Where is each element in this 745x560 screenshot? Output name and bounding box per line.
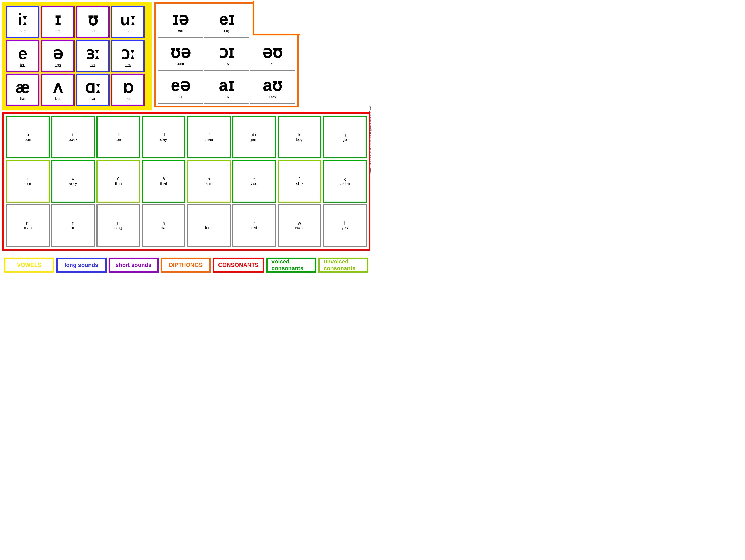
dipthong-cell: əʊso: [250, 39, 295, 71]
vowel-cell: ɪhis: [41, 6, 74, 38]
ipa-symbol: ɒ: [123, 79, 133, 95]
vowel-cell: ʊput: [76, 6, 110, 38]
ipa-symbol: ʒ: [344, 177, 346, 181]
ipa-symbol: w: [298, 221, 301, 225]
ipa-symbol: ɔɪ: [219, 44, 234, 60]
ipa-symbol: d: [163, 133, 165, 137]
legend-item: CONSONANTS: [213, 257, 264, 273]
ipa-symbol: j: [344, 221, 345, 225]
example-word: that: [160, 181, 167, 186]
main-container: iːseeɪhisʊputuːtooetenəagoɜːherɔːsawæhat…: [0, 0, 372, 280]
consonant-cell: mman: [6, 204, 50, 247]
legend-item: long sounds: [56, 257, 106, 273]
ipa-symbol: z: [253, 177, 255, 181]
example-word: hat: [20, 96, 25, 101]
legend-item: DIPTHONGS: [161, 257, 211, 273]
example-word: hat: [161, 225, 166, 230]
vowel-row: iːseeɪhisʊputuːtoo: [5, 5, 149, 39]
ipa-symbol: h: [163, 221, 165, 225]
vowel-cell: ɔːsaw: [111, 40, 145, 72]
example-word: no: [71, 225, 75, 230]
consonant-cell: kkey: [278, 116, 321, 158]
example-word: see: [20, 29, 26, 33]
example-word: day: [160, 137, 167, 142]
consonant-cell: ssun: [187, 160, 231, 203]
ipa-symbol: g: [344, 133, 346, 137]
example-word: look: [205, 225, 213, 230]
consonant-row: mmannnoŋsinghhatllookrredwwantjyes: [5, 204, 367, 247]
vowels-section: iːseeɪhisʊputuːtooetenəagoɜːherɔːsawæhat…: [2, 2, 152, 111]
example-word: chair: [204, 137, 213, 142]
legend-item: unvoiced consonants: [318, 257, 368, 273]
ipa-symbol: m: [26, 221, 29, 225]
example-word: car: [90, 96, 95, 101]
ipa-symbol: iː: [18, 11, 28, 28]
vowel-cell: æhat: [6, 73, 39, 106]
consonant-cell: llook: [187, 204, 231, 247]
example-word: red: [251, 225, 257, 230]
example-word: ago: [55, 63, 61, 67]
vowel-cell: ɜːher: [76, 40, 110, 72]
ipa-symbol: tʃ: [208, 132, 210, 137]
example-word: pen: [24, 137, 31, 142]
consonant-cell: θthin: [96, 160, 140, 203]
example-word: tea: [116, 137, 121, 142]
ipa-symbol: ə: [53, 45, 63, 62]
dipthongs-wrapper: ɪəeareɪsayʊəpureɔɪboyəʊsoeəairaɪbuyaʊnow: [154, 2, 299, 111]
dipthong-row: eəairaɪbuyaʊnow: [157, 71, 296, 104]
example-word: but: [55, 96, 60, 101]
consonant-cell: vvery: [51, 160, 95, 203]
consonant-cell: dday: [142, 116, 186, 158]
example-word: key: [296, 137, 302, 142]
example-word: vision: [339, 181, 350, 186]
ipa-symbol: e: [18, 45, 27, 62]
ipa-symbol: eɪ: [219, 11, 234, 27]
ipa-symbol: k: [298, 133, 300, 137]
ipa-symbol: aɪ: [219, 77, 234, 93]
example-word: want: [295, 225, 304, 230]
example-word: book: [69, 137, 78, 142]
consonant-row: ppenbbooktteaddaytʃchairdʒjamkkeyggo: [5, 115, 367, 159]
example-word: jam: [251, 137, 257, 142]
dipthong-corner: [253, 1, 300, 35]
ipa-symbol: ŋ: [117, 221, 120, 225]
consonant-cell: hhat: [142, 204, 186, 247]
ipa-symbol: l: [208, 221, 209, 225]
vowel-row: etenəagoɜːherɔːsaw: [5, 39, 149, 73]
ipa-symbol: r: [254, 221, 255, 225]
example-word: ear: [178, 28, 183, 33]
example-word: saw: [125, 63, 131, 67]
vowel-cell: əago: [41, 40, 74, 72]
consonant-cell: jyes: [323, 204, 367, 247]
dipthong-cell: ɔɪboy: [204, 39, 249, 71]
ipa-symbol: f: [27, 177, 28, 181]
dipthong-cell: ɪəear: [158, 6, 203, 38]
consonant-cell: tʃchair: [187, 116, 231, 158]
consonant-cell: ffour: [6, 160, 50, 203]
consonant-cell: ʃshe: [278, 160, 321, 203]
example-word: she: [296, 181, 303, 186]
example-word: four: [24, 181, 31, 186]
vowel-cell: ɑːcar: [76, 73, 110, 106]
legend-item: voiced consonants: [266, 257, 316, 273]
legend-item: short sounds: [108, 257, 159, 273]
consonant-cell: nno: [51, 204, 95, 247]
dipthong-cell: eɪsay: [204, 6, 249, 38]
ipa-symbol: æ: [15, 79, 30, 95]
ipa-symbol: ʃ: [299, 177, 300, 181]
example-word: put: [90, 29, 95, 33]
ipa-symbol: dʒ: [252, 132, 256, 137]
ipa-symbol: əʊ: [262, 44, 283, 60]
ipa-symbol: eə: [171, 77, 190, 93]
dipthong-cell: eəair: [158, 72, 203, 104]
example-word: so: [270, 61, 274, 66]
ipa-symbol: b: [72, 133, 74, 137]
ipa-symbol: ɑː: [85, 79, 101, 95]
example-word: air: [179, 94, 183, 99]
consonant-cell: ðthat: [142, 160, 186, 203]
ipa-symbol: θ: [117, 177, 120, 181]
example-word: now: [269, 94, 276, 99]
example-word: zoo: [251, 181, 257, 186]
ipa-symbol: n: [72, 221, 74, 225]
consonants-section: ppenbbooktteaddaytʃchairdʒjamkkeyggoffou…: [2, 112, 370, 251]
